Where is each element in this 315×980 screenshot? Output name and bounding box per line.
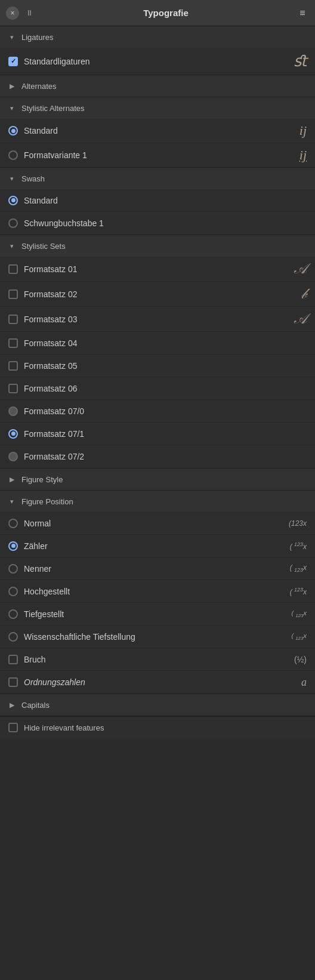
list-item[interactable]: Formatsatz 01 𝒜 <box>0 257 315 282</box>
section-stylistic-sets: ▾ Stylistic Sets Formatsatz 01 𝒜 Formats… <box>0 235 315 469</box>
section-alternates: ▶ Alternates <box>0 75 315 97</box>
preview-fs03: 𝒜 <box>277 311 307 327</box>
section-figure-style-title: Figure Style <box>21 475 63 484</box>
section-figure-position-title: Figure Position <box>21 497 73 506</box>
checkbox-fp-bruch[interactable] <box>8 655 18 664</box>
checkbox-fs04[interactable] <box>8 338 18 348</box>
item-label-sw-standard: Standard <box>24 196 307 205</box>
list-item[interactable]: Bruch (½) <box>0 648 315 671</box>
hide-irrelevant-label: Hide irrelevant features <box>24 723 104 732</box>
item-label-fp-ordnung: Ordnungszahlen <box>24 677 271 687</box>
section-capitals-header[interactable]: ▶ Capitals <box>0 694 315 716</box>
radio-sa-formatvariante1[interactable] <box>8 150 18 160</box>
radio-fp-wiss[interactable] <box>8 632 18 642</box>
checkbox-hide-irrelevant[interactable] <box>8 723 18 732</box>
item-label-fs072: Formatsatz 07/2 <box>24 452 307 461</box>
section-swash-body: Standard Schwungbuchstabe 1 <box>0 189 315 235</box>
list-item[interactable]: ✓ Standardligaturen ﬆ <box>0 48 315 75</box>
list-item[interactable]: Ordnungszahlen a <box>0 671 315 694</box>
item-label-fp-tiefgestellt: Tiefgestellt <box>24 609 271 619</box>
checkbox-fp-ordnung[interactable] <box>8 677 18 687</box>
list-item[interactable]: Formatsatz 07/2 <box>0 445 315 468</box>
radio-fp-zahler[interactable] <box>8 541 18 551</box>
list-item[interactable]: Formatsatz 05 <box>0 355 315 377</box>
preview-fs02: 𝒷 <box>277 286 307 302</box>
item-label-fp-bruch: Bruch <box>24 655 271 664</box>
checkbox-fs06[interactable] <box>8 384 18 393</box>
radio-sw-standard[interactable] <box>8 196 18 205</box>
item-label-fs070: Formatsatz 07/0 <box>24 406 307 416</box>
section-stylistic-alternates: ▾ Stylistic Alternates Standard ij Forma… <box>0 97 315 168</box>
preview-fp-ordnung: a <box>271 676 307 689</box>
chevron-down-icon: ▾ <box>7 103 17 113</box>
list-item[interactable]: Formatsatz 03 𝒜 <box>0 307 315 332</box>
section-alternates-title: Alternates <box>21 82 57 91</box>
section-stylistic-sets-title: Stylistic Sets <box>21 242 66 251</box>
checkbox-fs01[interactable] <box>8 264 18 274</box>
radio-sw-schwung1[interactable] <box>8 218 18 228</box>
radio-fs071[interactable] <box>8 429 18 439</box>
list-item[interactable]: Hochgestellt ( 123x <box>0 580 315 603</box>
section-capitals: ▶ Capitals <box>0 694 315 716</box>
list-item[interactable]: Formatsatz 02 𝒷 <box>0 282 315 307</box>
pause-button[interactable]: ⏸ <box>23 7 36 20</box>
preview-sa-formatvariante1: ij <box>277 147 307 163</box>
section-figure-style: ▶ Figure Style <box>0 469 315 491</box>
item-label-fs04: Formatsatz 04 <box>24 338 307 348</box>
section-swash-header[interactable]: ▾ Swash <box>0 168 315 189</box>
preview-fp-hochgestellt: ( 123x <box>271 587 307 596</box>
radio-fp-hochgestellt[interactable] <box>8 587 18 596</box>
list-item[interactable]: Formatsatz 06 <box>0 377 315 400</box>
item-label-fs02: Formatsatz 02 <box>24 289 277 299</box>
section-stylistic-alternates-header[interactable]: ▾ Stylistic Alternates <box>0 97 315 119</box>
preview-fp-normal: (123x <box>271 519 307 528</box>
preview-fp-tiefgestellt: ( 123x <box>271 609 307 618</box>
preview-fs01: 𝒜 <box>277 261 307 277</box>
section-alternates-header[interactable]: ▶ Alternates <box>0 75 315 97</box>
radio-fp-normal[interactable] <box>8 519 18 528</box>
section-stylistic-sets-body: Formatsatz 01 𝒜 Formatsatz 02 𝒷 Formatsa… <box>0 257 315 468</box>
radio-fp-nenner[interactable] <box>8 564 18 574</box>
list-item[interactable]: Tiefgestellt ( 123x <box>0 603 315 625</box>
section-capitals-title: Capitals <box>21 701 50 710</box>
close-button[interactable]: × <box>6 7 19 20</box>
section-ligatures-body: ✓ Standardligaturen ﬆ <box>0 48 315 75</box>
list-item[interactable]: Normal (123x <box>0 512 315 535</box>
preview-fp-zahler: ( 123x <box>271 541 307 551</box>
preview-sa-standard: ij <box>277 123 307 138</box>
item-label-fs071: Formatsatz 07/1 <box>24 429 307 439</box>
checkbox-fs05[interactable] <box>8 361 18 371</box>
section-swash: ▾ Swash Standard Schwungbuchstabe 1 <box>0 168 315 235</box>
list-item[interactable]: Formatsatz 07/1 <box>0 423 315 445</box>
list-item[interactable]: Wissenschaftliche Tiefstellung ( 123x <box>0 625 315 648</box>
section-ligatures: ▾ Ligatures ✓ Standardligaturen ﬆ <box>0 26 315 75</box>
chevron-down-icon: ▾ <box>7 174 17 183</box>
radio-fs070[interactable] <box>8 406 18 416</box>
list-item[interactable]: Formatsatz 07/0 <box>0 400 315 423</box>
checkbox-fs02[interactable] <box>8 289 18 299</box>
section-figure-position-header[interactable]: ▾ Figure Position <box>0 491 315 512</box>
pause-icon: ⏸ <box>26 8 33 17</box>
menu-button[interactable]: ≡ <box>296 7 309 20</box>
list-item[interactable]: Formatvariante 1 ij <box>0 143 315 167</box>
checkbox-fs03[interactable] <box>8 315 18 324</box>
section-swash-title: Swash <box>21 174 45 183</box>
list-item[interactable]: Schwungbuchstabe 1 <box>0 212 315 235</box>
radio-sa-standard[interactable] <box>8 126 18 135</box>
item-label-fp-wiss: Wissenschaftliche Tiefstellung <box>24 632 271 642</box>
section-stylistic-alternates-body: Standard ij Formatvariante 1 ij <box>0 119 315 167</box>
checkbox-standardligaturen[interactable]: ✓ <box>8 57 18 66</box>
section-figure-style-header[interactable]: ▶ Figure Style <box>0 469 315 490</box>
section-figure-position: ▾ Figure Position Normal (123x Zähler ( … <box>0 491 315 694</box>
list-item[interactable]: Nenner ( 123x <box>0 557 315 580</box>
list-item[interactable]: Formatsatz 04 <box>0 332 315 355</box>
section-stylistic-sets-header[interactable]: ▾ Stylistic Sets <box>0 235 315 257</box>
list-item[interactable]: Standard ij <box>0 119 315 143</box>
radio-fs072[interactable] <box>8 452 18 461</box>
list-item[interactable]: Zähler ( 123x <box>0 535 315 557</box>
section-ligatures-header[interactable]: ▾ Ligatures <box>0 26 315 48</box>
list-item[interactable]: Standard <box>0 189 315 212</box>
item-preview-standardligaturen: ﬆ <box>277 52 307 70</box>
radio-fp-tiefgestellt[interactable] <box>8 609 18 619</box>
item-label-fs01: Formatsatz 01 <box>24 264 277 274</box>
